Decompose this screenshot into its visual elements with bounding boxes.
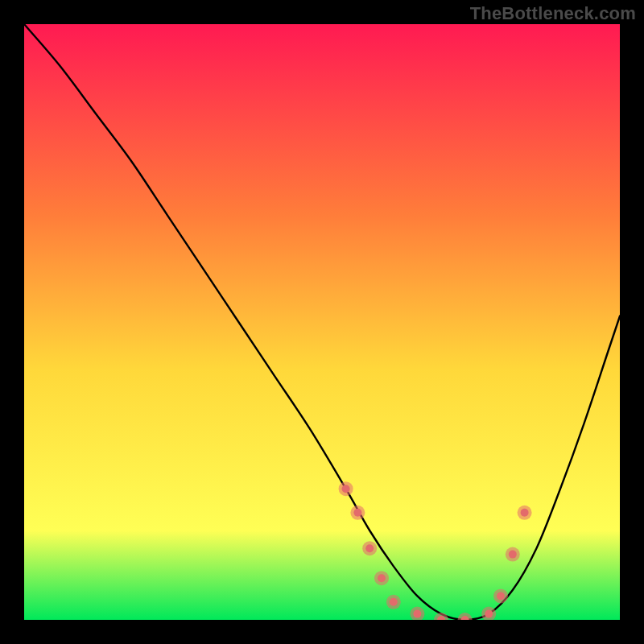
marker-inner (365, 544, 374, 552)
marker-inner (521, 509, 529, 517)
chart-container: TheBottleneck.com (0, 0, 644, 644)
marker-inner (497, 592, 505, 600)
marker-inner (509, 551, 517, 559)
plot-area (24, 24, 620, 620)
marker-inner (485, 610, 493, 618)
marker-inner (353, 509, 361, 517)
marker-inner (378, 574, 386, 582)
bottleneck-chart (24, 24, 620, 620)
marker-inner (390, 598, 398, 606)
marker-inner (413, 610, 421, 618)
gradient-background (24, 24, 620, 620)
marker-inner (342, 485, 350, 493)
watermark-text: TheBottleneck.com (470, 3, 636, 24)
